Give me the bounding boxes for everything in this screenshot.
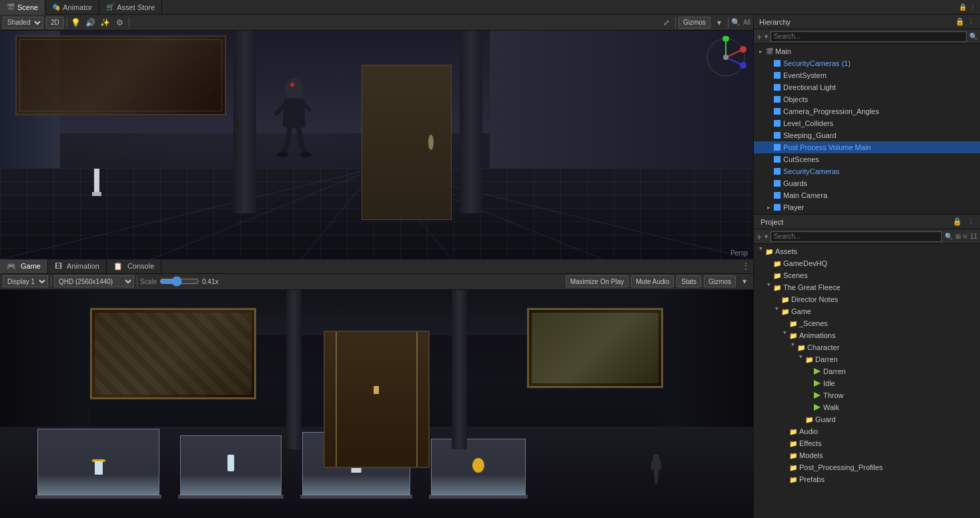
hierarchy-item-player[interactable]: ▸ Player [754, 201, 980, 213]
top-lock-icon[interactable]: 🔒 [959, 3, 967, 11]
project-item-darren_anim[interactable]: Darren [754, 365, 980, 377]
hierarchy-item-guards[interactable]: Guards [754, 177, 980, 189]
scene-viewport[interactable]: Persp [0, 31, 753, 259]
project-item-directornotes[interactable]: 📁 Director Notes [754, 293, 980, 305]
hierarchy-dropdown-icon[interactable]: ▾ [765, 33, 768, 40]
project-search-input[interactable] [771, 231, 942, 242]
display-case-4 [431, 439, 526, 495]
project-item-scenes[interactable]: 📁 Scenes [754, 269, 980, 281]
project-dropdown-icon[interactable]: ▾ [765, 233, 768, 240]
hierarchy-item-postprocess[interactable]: Post Process Volume Main [754, 141, 980, 153]
project-lock-icon[interactable]: 🔒 [953, 217, 967, 226]
tab-game[interactable]: 🎮 Game [0, 259, 48, 273]
hierarchy-item-objects[interactable]: Objects [754, 93, 980, 105]
hierarchy-item-maincamera[interactable]: Main Camera [754, 189, 980, 201]
project-item-walk[interactable]: Walk [754, 401, 980, 413]
proj-tree-arrow-character[interactable]: ▸ [789, 343, 797, 351]
proj-tree-arrow-game[interactable]: ▸ [773, 307, 781, 315]
hierarchy-item-cutscenes[interactable]: CutScenes [754, 153, 980, 165]
proj-arrow-spacer-audio [781, 427, 789, 435]
project-item-audio[interactable]: 📁 Audio [754, 425, 980, 437]
tree-label-eventsystem: EventSystem [783, 71, 827, 79]
scale-slider[interactable] [159, 276, 199, 287]
tab-animation[interactable]: 🎞 Animation [48, 259, 107, 273]
hierarchy-item-main[interactable]: ▸ 🎬 Main [754, 45, 980, 57]
top-dots-menu[interactable]: ⋮ [969, 3, 976, 11]
hierarchy-search-input[interactable] [771, 31, 967, 42]
project-tab-label[interactable]: Project [754, 218, 790, 226]
hierarchy-item-darren3d[interactable]: Darren_3D [754, 213, 980, 214]
tree-arrow-main[interactable]: ▸ [757, 47, 765, 55]
project-item-idle[interactable]: Idle [754, 377, 980, 389]
project-item-assets[interactable]: ▸ 📁 Assets [754, 245, 980, 257]
tab-animator[interactable]: 🎭 Animator [45, 0, 99, 15]
proj-tree-arrow-greatfleece[interactable]: ▸ [765, 283, 773, 291]
project-item-postprocessprofiles[interactable]: 📁 Post_Processing_Profiles [754, 461, 980, 473]
project-search-icon: 🔍 [945, 233, 953, 240]
stats-button[interactable]: Stats [676, 275, 701, 287]
proj-arrow-spacer-guard [797, 415, 805, 423]
mute-audio-button[interactable]: Mute Audio [631, 275, 674, 287]
project-item-animations[interactable]: ▸ 📁 Animations [754, 329, 980, 341]
project-item-darren[interactable]: ▸ 📁 Darren [754, 353, 980, 365]
project-item-throw[interactable]: Throw [754, 389, 980, 401]
effects-toggle-icon[interactable]: ✨ [99, 17, 111, 29]
project-item-greatfleece[interactable]: ▸ 📁 The Great Fleece [754, 281, 980, 293]
display-dropdown[interactable]: Display 1 [3, 275, 48, 287]
hierarchy-item-level_colliders[interactable]: Level_Colliders [754, 117, 980, 129]
hierarchy-item-camera_progression[interactable]: Camera_Progression_Angles [754, 105, 980, 117]
project-view-icon-1[interactable]: ⊞ [955, 233, 961, 240]
svg-line-2 [151, 168, 377, 259]
project-item-models[interactable]: 📁 Models [754, 449, 980, 461]
project-item-character[interactable]: ▸ 📁 Character [754, 341, 980, 353]
maximize-on-play-button[interactable]: Maximize On Play [566, 275, 629, 287]
cube-icon-cutscenes [773, 155, 782, 164]
maximize-scene-icon[interactable]: ⤢ [660, 17, 672, 29]
gizmos-button[interactable]: Gizmos [678, 17, 710, 29]
scene-settings-icon[interactable]: ⚙ [114, 17, 126, 29]
audio-toggle-icon[interactable]: 🔊 [85, 17, 97, 29]
project-item-guard[interactable]: 📁 Guard [754, 413, 980, 425]
project-view-icon-2[interactable]: ≡ [963, 233, 967, 240]
cube-icon-postprocess [773, 143, 782, 152]
tab-console[interactable]: 📋 Console [107, 259, 161, 273]
hierarchy-item-eventsystem[interactable]: EventSystem [754, 69, 980, 81]
proj-tree-arrow-animations[interactable]: ▸ [781, 331, 789, 339]
tree-label-maincamera: Main Camera [783, 191, 827, 199]
resolution-dropdown[interactable]: QHD (2560x1440) [54, 275, 134, 287]
project-dots-menu[interactable]: ⋮ [967, 217, 980, 226]
game-gizmos-dropdown-icon[interactable]: ▾ [739, 275, 751, 287]
proj-tree-arrow-assets[interactable]: ▸ [757, 247, 765, 255]
project-item-game[interactable]: ▸ 📁 Game [754, 305, 980, 317]
gizmo-svg [704, 36, 748, 79]
gizmos-dropdown-icon[interactable]: ▾ [713, 17, 725, 29]
project-item-gamedevhq[interactable]: 📁 GameDevHQ [754, 257, 980, 269]
game-viewport[interactable] [0, 290, 753, 519]
tree-arrow-player[interactable]: ▸ [765, 203, 773, 211]
hierarchy-item-sleeping_guard[interactable]: Sleeping_Guard [754, 129, 980, 141]
painting-right [527, 308, 662, 388]
animator-tab-icon: 🎭 [52, 3, 60, 11]
hierarchy-item-securitycameras1[interactable]: SecurityCameras (1) [754, 57, 980, 69]
game-gizmos-button[interactable]: Gizmos [704, 275, 736, 287]
hierarchy-lock-icon[interactable]: 🔒 [955, 17, 965, 26]
proj-tree-arrow-darren[interactable]: ▸ [797, 355, 805, 363]
tab-asset-store[interactable]: 🛒 Asset Store [99, 0, 162, 15]
bottom-tabs-dots-menu[interactable]: ⋮ [739, 261, 753, 271]
tab-scene[interactable]: 🎬 Scene [0, 0, 45, 15]
project-item-effects[interactable]: 📁 Effects [754, 437, 980, 449]
hierarchy-dots-menu[interactable]: ⋮ [967, 17, 975, 26]
mode-2d-button[interactable]: 2D [46, 17, 64, 29]
project-item-prefabs[interactable]: 📁 Prefabs [754, 473, 980, 485]
light-toggle-icon[interactable]: 💡 [70, 17, 82, 29]
proj-arrow-spacer-idle [805, 379, 813, 387]
project-item-scenes2[interactable]: 📁 _Scenes [754, 317, 980, 329]
hierarchy-item-directionallight[interactable]: Directional Light [754, 81, 980, 93]
project-add-icon[interactable]: + [757, 231, 762, 242]
hierarchy-add-icon[interactable]: + [757, 31, 762, 42]
shading-dropdown[interactable]: Shaded [3, 17, 43, 29]
tree-label-securitycameras2: SecurityCameras [783, 167, 839, 175]
game-tab-label: Game [21, 262, 41, 270]
hierarchy-item-securitycameras2[interactable]: SecurityCameras [754, 165, 980, 177]
cube-icon-camera_progression [773, 107, 782, 116]
